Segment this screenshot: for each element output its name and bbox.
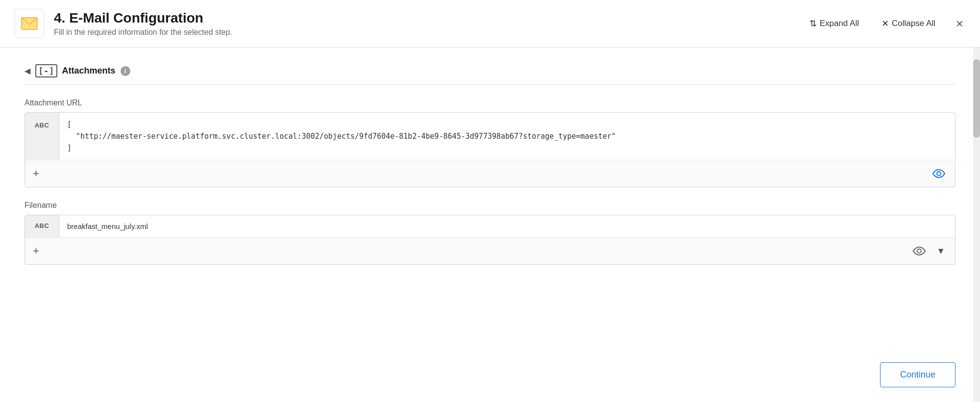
filename-actions: + ▼ <box>25 237 955 264</box>
filename-box: ABC breakfast_menu_july.xml + ▼ <box>24 215 956 265</box>
add-icon: + <box>33 167 39 179</box>
attachment-url-content: ABC [ "http://maester-service.platform.s… <box>25 113 955 160</box>
close-button[interactable]: × <box>954 15 965 32</box>
expand-all-icon: ⇅ <box>809 18 817 29</box>
collapse-arrow-icon: ◀ <box>24 66 30 75</box>
chevron-down-icon: ▼ <box>936 246 945 256</box>
attachment-url-actions: + <box>25 160 955 187</box>
attachment-url-type-badge: ABC <box>25 113 59 160</box>
filename-value: breakfast_menu_july.xml <box>59 215 955 237</box>
page-subtitle: Fill in the required information for the… <box>54 28 232 37</box>
eye-icon <box>932 167 945 180</box>
scrollbar-thumb[interactable] <box>973 59 980 138</box>
filename-label: Filename <box>24 201 956 210</box>
collapse-all-icon: ✕ <box>882 18 889 29</box>
eye-icon <box>913 245 926 257</box>
scrollbar[interactable] <box>973 48 980 402</box>
header-actions: ⇅ Expand All ✕ Collapse All × <box>806 15 965 32</box>
attachment-url-add-button[interactable]: + <box>33 168 39 179</box>
attachment-url-eye-button[interactable] <box>931 165 947 182</box>
page-title: 4. E-Mail Configuration <box>54 10 232 26</box>
continue-button[interactable]: Continue <box>880 362 956 387</box>
section-bracket-icon: [-] <box>35 64 57 77</box>
collapse-all-button[interactable]: ✕ Collapse All <box>878 16 939 31</box>
svg-point-2 <box>917 249 921 253</box>
collapse-all-label: Collapse All <box>892 19 935 28</box>
attachment-url-value: [ "http://maester-service.platform.svc.c… <box>59 113 955 160</box>
filename-content: ABC breakfast_menu_july.xml <box>25 215 955 237</box>
attachment-url-field: Attachment URL ABC [ "http://maester-ser… <box>24 99 956 187</box>
section-title: Attachments <box>62 66 116 76</box>
filename-add-button[interactable]: + <box>33 246 39 256</box>
expand-all-button[interactable]: ⇅ Expand All <box>806 16 863 31</box>
add-icon: + <box>33 245 39 257</box>
attachment-url-box: ABC [ "http://maester-service.platform.s… <box>24 112 956 187</box>
header-text-block: 4. E-Mail Configuration Fill in the requ… <box>54 10 232 37</box>
expand-all-label: Expand All <box>820 19 859 28</box>
close-icon: × <box>956 16 963 31</box>
filename-eye-button[interactable] <box>911 243 928 259</box>
step-icon <box>15 9 44 38</box>
info-icon[interactable]: i <box>121 66 130 76</box>
filename-dropdown-button[interactable]: ▼ <box>934 244 947 258</box>
filename-field: Filename ABC breakfast_menu_july.xml + <box>24 201 956 265</box>
page-header: 4. E-Mail Configuration Fill in the requ… <box>0 0 980 48</box>
continue-label: Continue <box>900 370 935 379</box>
attachment-url-label: Attachment URL <box>24 99 956 107</box>
filename-type-badge: ABC <box>25 215 59 237</box>
svg-point-1 <box>937 172 941 176</box>
main-content: ◀ [-] Attachments i Attachment URL ABC [… <box>0 48 980 402</box>
attachments-section-header[interactable]: ◀ [-] Attachments i <box>24 57 956 85</box>
